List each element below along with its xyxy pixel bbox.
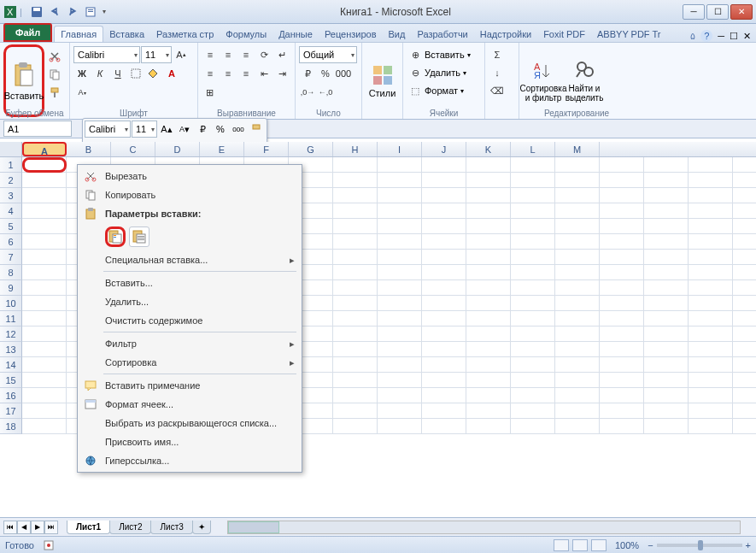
row-header[interactable]: 15 (0, 373, 22, 388)
comma-button[interactable]: 000 (335, 65, 352, 82)
column-header[interactable]: H (333, 142, 378, 156)
ctx-sort[interactable]: Сортировка (79, 353, 300, 372)
align-top-button[interactable]: ≡ (202, 46, 219, 63)
italic-button[interactable]: К (91, 65, 108, 82)
workbook-close[interactable]: ✕ (743, 31, 751, 42)
select-all-button[interactable] (0, 142, 22, 157)
tab-page-layout[interactable]: Разметка стр (150, 26, 220, 42)
border-button[interactable] (127, 65, 144, 82)
column-header[interactable]: D (155, 142, 200, 156)
row-header[interactable]: 5 (0, 219, 22, 234)
ctx-comment[interactable]: Вставить примечание (79, 376, 300, 395)
row-header[interactable]: 12 (0, 327, 22, 342)
row-header[interactable]: 6 (0, 234, 22, 250)
decrease-indent-button[interactable]: ⇤ (255, 65, 273, 82)
tab-foxit[interactable]: Foxit PDF (537, 26, 591, 42)
merge-button[interactable]: ⊞ (202, 84, 218, 101)
tab-review[interactable]: Рецензиров (319, 26, 383, 42)
row-header[interactable]: 8 (0, 265, 22, 280)
tab-insert[interactable]: Вставка (103, 26, 150, 42)
column-header-a[interactable]: A (22, 142, 67, 156)
ctx-insert[interactable]: Вставить... (79, 274, 300, 292)
column-header[interactable]: F (244, 142, 289, 156)
mini-size-combo[interactable]: 11 (132, 121, 157, 138)
tab-addins[interactable]: Надстройки (474, 26, 537, 42)
sheet-tab-2[interactable]: Лист2 (109, 521, 151, 534)
sheet-nav-prev[interactable]: ◀ (17, 521, 31, 534)
column-header[interactable]: I (378, 142, 422, 156)
ctx-define-name[interactable]: Присвоить имя... (79, 432, 300, 451)
percent-button[interactable]: % (317, 65, 334, 82)
sheet-tab-1[interactable]: Лист1 (67, 521, 110, 534)
minimize-button[interactable]: ─ (683, 4, 705, 20)
decrease-decimal-button[interactable]: ←,0 (317, 84, 334, 101)
row-header[interactable]: 17 (0, 403, 22, 419)
shrink-font-button[interactable]: A▾ (73, 84, 91, 101)
clear-button[interactable]: ⌫ (489, 82, 506, 99)
tab-home[interactable]: Главная (54, 26, 103, 42)
autosum-button[interactable]: Σ (489, 46, 506, 63)
sheet-nav-next[interactable]: ▶ (31, 521, 44, 534)
align-center-button[interactable]: ≡ (220, 65, 237, 82)
zoom-out-button[interactable]: − (648, 540, 653, 550)
ctx-filter[interactable]: Фильтр (79, 334, 300, 353)
ctx-paste-special[interactable]: Специальная вставка... (79, 250, 300, 269)
sheet-nav-last[interactable]: ⏭ (44, 521, 58, 534)
ctx-format-cells[interactable]: Формат ячеек... (79, 395, 300, 414)
grow-font-button[interactable]: A▴ (173, 46, 190, 63)
orientation-button[interactable]: ⟳ (255, 46, 273, 63)
column-header[interactable]: L (511, 142, 555, 156)
row-header[interactable]: 14 (0, 357, 22, 373)
mini-format-painter[interactable] (248, 121, 265, 138)
find-select-button[interactable]: Найти и выделить (564, 44, 605, 117)
workbook-restore[interactable]: ☐ (730, 31, 738, 42)
ctx-dropdown-list[interactable]: Выбрать из раскрывающегося списка... (79, 414, 300, 432)
mini-comma[interactable]: 000 (230, 121, 247, 138)
increase-decimal-button[interactable]: ,0→ (299, 84, 316, 101)
tab-data[interactable]: Данные (273, 26, 319, 42)
currency-button[interactable]: ₽ (299, 65, 316, 82)
column-header[interactable]: C (111, 142, 155, 156)
align-bottom-button[interactable]: ≡ (237, 46, 255, 63)
bold-button[interactable]: Ж (73, 65, 91, 82)
tab-developer[interactable]: Разработчи (411, 26, 473, 42)
help-button[interactable]: ? (700, 30, 712, 42)
name-box[interactable]: A1 (3, 121, 72, 137)
font-size-combo[interactable]: 11 (141, 46, 172, 63)
view-normal-button[interactable] (554, 539, 569, 551)
tab-abbyy[interactable]: ABBYY PDF Tr (591, 26, 666, 42)
zoom-in-button[interactable]: + (746, 540, 751, 550)
row-header[interactable]: 7 (0, 250, 22, 265)
fill-color-button[interactable] (145, 65, 162, 82)
column-header[interactable]: E (200, 142, 244, 156)
close-button[interactable]: ✕ (730, 4, 753, 20)
column-header[interactable]: B (67, 142, 111, 156)
fill-button[interactable]: ↓ (489, 64, 506, 81)
qat-undo-button[interactable] (46, 3, 63, 21)
row-header[interactable]: 16 (0, 388, 22, 403)
font-color-button[interactable]: A (163, 65, 180, 82)
zoom-slider[interactable] (657, 544, 742, 547)
cut-button[interactable] (46, 48, 63, 65)
align-right-button[interactable]: ≡ (237, 65, 255, 82)
align-middle-button[interactable]: ≡ (220, 46, 237, 63)
workbook-minimize[interactable]: ─ (718, 31, 724, 41)
mini-font-combo[interactable]: Calibri (85, 121, 131, 138)
ctx-cut[interactable]: Вырезать (79, 167, 300, 185)
row-header[interactable]: 2 (0, 173, 22, 188)
row-header[interactable]: 10 (0, 296, 22, 311)
mini-percent[interactable]: % (212, 121, 229, 138)
copy-button[interactable] (46, 66, 63, 83)
view-break-button[interactable] (591, 539, 607, 551)
horizontal-scrollbar[interactable] (227, 521, 741, 534)
format-painter-button[interactable] (46, 84, 63, 101)
selected-cell-a1[interactable] (22, 157, 67, 173)
column-header[interactable]: G (289, 142, 333, 156)
qat-save-button[interactable] (28, 3, 45, 21)
ribbon-expand-button[interactable]: ۵ (690, 31, 695, 42)
sheet-tab-new[interactable]: ✦ (192, 521, 211, 534)
increase-indent-button[interactable]: ⇥ (273, 65, 290, 82)
qat-preview-button[interactable] (82, 3, 99, 21)
cells-delete-button[interactable]: ⊖Удалить▾ (407, 64, 481, 81)
align-left-button[interactable]: ≡ (202, 65, 219, 82)
